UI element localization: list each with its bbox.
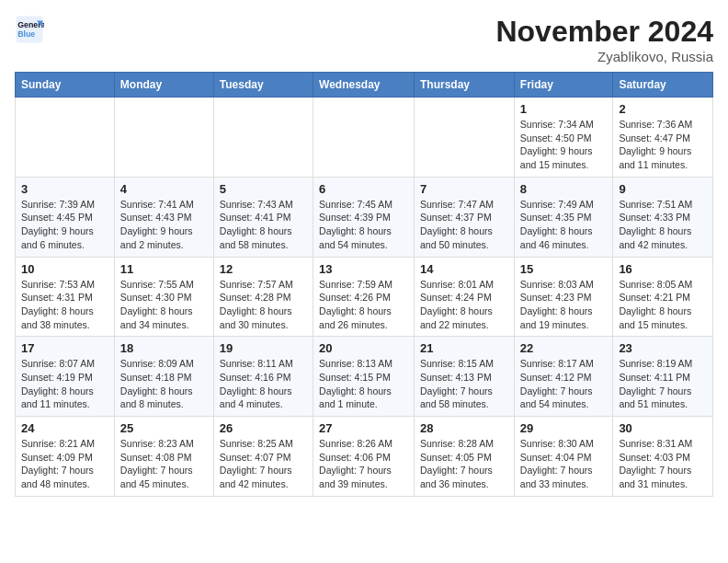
day-number: 14	[420, 262, 508, 276]
day-cell: 12Sunrise: 7:57 AM Sunset: 4:28 PM Dayli…	[213, 257, 313, 337]
week-row-5: 24Sunrise: 8:21 AM Sunset: 4:09 PM Dayli…	[16, 417, 713, 497]
day-info: Sunrise: 8:07 AM Sunset: 4:19 PM Dayligh…	[21, 357, 108, 411]
week-row-1: 1Sunrise: 7:34 AM Sunset: 4:50 PM Daylig…	[16, 98, 713, 178]
day-number: 7	[420, 182, 508, 196]
day-cell	[313, 98, 415, 178]
day-cell	[16, 98, 115, 178]
day-number: 10	[21, 262, 108, 276]
day-info: Sunrise: 8:09 AM Sunset: 4:18 PM Dayligh…	[120, 357, 208, 411]
day-cell: 23Sunrise: 8:19 AM Sunset: 4:11 PM Dayli…	[613, 337, 713, 417]
weekday-header-sunday: Sunday	[16, 73, 115, 98]
day-info: Sunrise: 8:13 AM Sunset: 4:15 PM Dayligh…	[319, 357, 408, 411]
day-cell	[415, 98, 515, 178]
svg-text:Blue: Blue	[17, 29, 35, 39]
day-cell	[114, 98, 213, 178]
day-number: 25	[120, 421, 208, 435]
week-row-2: 3Sunrise: 7:39 AM Sunset: 4:45 PM Daylig…	[16, 177, 713, 257]
day-cell: 22Sunrise: 8:17 AM Sunset: 4:12 PM Dayli…	[514, 337, 613, 417]
day-info: Sunrise: 7:49 AM Sunset: 4:35 PM Dayligh…	[520, 198, 608, 252]
day-number: 21	[420, 341, 508, 355]
day-info: Sunrise: 8:19 AM Sunset: 4:11 PM Dayligh…	[619, 357, 707, 411]
day-cell: 19Sunrise: 8:11 AM Sunset: 4:16 PM Dayli…	[213, 337, 313, 417]
day-number: 18	[120, 341, 208, 355]
day-number: 5	[220, 182, 307, 196]
day-info: Sunrise: 8:03 AM Sunset: 4:23 PM Dayligh…	[520, 278, 608, 332]
day-info: Sunrise: 8:21 AM Sunset: 4:09 PM Dayligh…	[21, 437, 108, 491]
logo: General Blue	[15, 15, 44, 44]
day-number: 8	[520, 182, 608, 196]
month-title: November 2024	[495, 15, 713, 49]
day-info: Sunrise: 7:47 AM Sunset: 4:37 PM Dayligh…	[420, 198, 508, 252]
day-cell: 29Sunrise: 8:30 AM Sunset: 4:04 PM Dayli…	[514, 417, 613, 497]
weekday-header-wednesday: Wednesday	[313, 73, 415, 98]
day-number: 26	[220, 421, 307, 435]
day-info: Sunrise: 7:45 AM Sunset: 4:39 PM Dayligh…	[319, 198, 408, 252]
day-info: Sunrise: 8:30 AM Sunset: 4:04 PM Dayligh…	[520, 437, 608, 491]
day-info: Sunrise: 8:17 AM Sunset: 4:12 PM Dayligh…	[520, 357, 608, 411]
day-number: 20	[319, 341, 408, 355]
day-cell: 14Sunrise: 8:01 AM Sunset: 4:24 PM Dayli…	[415, 257, 515, 337]
day-number: 11	[120, 262, 208, 276]
weekday-header-thursday: Thursday	[415, 73, 515, 98]
day-cell: 2Sunrise: 7:36 AM Sunset: 4:47 PM Daylig…	[613, 98, 713, 178]
day-number: 30	[619, 421, 707, 435]
day-number: 28	[420, 421, 508, 435]
day-info: Sunrise: 7:39 AM Sunset: 4:45 PM Dayligh…	[21, 198, 108, 252]
day-number: 2	[619, 102, 707, 116]
day-info: Sunrise: 8:31 AM Sunset: 4:03 PM Dayligh…	[619, 437, 707, 491]
day-cell	[213, 98, 313, 178]
day-number: 12	[220, 262, 307, 276]
day-info: Sunrise: 7:53 AM Sunset: 4:31 PM Dayligh…	[21, 278, 108, 332]
calendar-table: SundayMondayTuesdayWednesdayThursdayFrid…	[15, 72, 713, 497]
day-number: 15	[520, 262, 608, 276]
day-cell: 5Sunrise: 7:43 AM Sunset: 4:41 PM Daylig…	[213, 177, 313, 257]
day-info: Sunrise: 8:28 AM Sunset: 4:05 PM Dayligh…	[420, 437, 508, 491]
day-cell: 16Sunrise: 8:05 AM Sunset: 4:21 PM Dayli…	[613, 257, 713, 337]
day-info: Sunrise: 7:55 AM Sunset: 4:30 PM Dayligh…	[120, 278, 208, 332]
day-number: 23	[619, 341, 707, 355]
day-cell: 10Sunrise: 7:53 AM Sunset: 4:31 PM Dayli…	[16, 257, 115, 337]
day-number: 24	[21, 421, 108, 435]
header: General Blue November 2024 Zyablikovo, R…	[15, 15, 713, 64]
day-cell: 25Sunrise: 8:23 AM Sunset: 4:08 PM Dayli…	[114, 417, 213, 497]
day-cell: 4Sunrise: 7:41 AM Sunset: 4:43 PM Daylig…	[114, 177, 213, 257]
day-number: 3	[21, 182, 108, 196]
day-cell: 9Sunrise: 7:51 AM Sunset: 4:33 PM Daylig…	[613, 177, 713, 257]
weekday-header-tuesday: Tuesday	[213, 73, 313, 98]
day-number: 19	[220, 341, 307, 355]
day-cell: 8Sunrise: 7:49 AM Sunset: 4:35 PM Daylig…	[514, 177, 613, 257]
day-cell: 20Sunrise: 8:13 AM Sunset: 4:15 PM Dayli…	[313, 337, 415, 417]
weekday-header-monday: Monday	[114, 73, 213, 98]
week-row-4: 17Sunrise: 8:07 AM Sunset: 4:19 PM Dayli…	[16, 337, 713, 417]
day-info: Sunrise: 7:41 AM Sunset: 4:43 PM Dayligh…	[120, 198, 208, 252]
day-info: Sunrise: 8:11 AM Sunset: 4:16 PM Dayligh…	[220, 357, 307, 411]
day-cell: 21Sunrise: 8:15 AM Sunset: 4:13 PM Dayli…	[415, 337, 515, 417]
location: Zyablikovo, Russia	[495, 49, 713, 64]
day-info: Sunrise: 7:34 AM Sunset: 4:50 PM Dayligh…	[520, 118, 608, 172]
day-number: 22	[520, 341, 608, 355]
day-cell: 26Sunrise: 8:25 AM Sunset: 4:07 PM Dayli…	[213, 417, 313, 497]
day-cell: 1Sunrise: 7:34 AM Sunset: 4:50 PM Daylig…	[514, 98, 613, 178]
logo-icon: General Blue	[15, 15, 44, 44]
day-info: Sunrise: 8:26 AM Sunset: 4:06 PM Dayligh…	[319, 437, 408, 491]
day-cell: 6Sunrise: 7:45 AM Sunset: 4:39 PM Daylig…	[313, 177, 415, 257]
weekday-header-friday: Friday	[514, 73, 613, 98]
day-cell: 30Sunrise: 8:31 AM Sunset: 4:03 PM Dayli…	[613, 417, 713, 497]
day-cell: 17Sunrise: 8:07 AM Sunset: 4:19 PM Dayli…	[16, 337, 115, 417]
title-area: November 2024 Zyablikovo, Russia	[495, 15, 713, 64]
day-number: 29	[520, 421, 608, 435]
day-number: 1	[520, 102, 608, 116]
weekday-header-row: SundayMondayTuesdayWednesdayThursdayFrid…	[16, 73, 713, 98]
day-cell: 18Sunrise: 8:09 AM Sunset: 4:18 PM Dayli…	[114, 337, 213, 417]
day-info: Sunrise: 7:57 AM Sunset: 4:28 PM Dayligh…	[220, 278, 307, 332]
day-number: 17	[21, 341, 108, 355]
day-cell: 28Sunrise: 8:28 AM Sunset: 4:05 PM Dayli…	[415, 417, 515, 497]
day-number: 13	[319, 262, 408, 276]
weekday-header-saturday: Saturday	[613, 73, 713, 98]
day-info: Sunrise: 8:25 AM Sunset: 4:07 PM Dayligh…	[220, 437, 307, 491]
day-number: 6	[319, 182, 408, 196]
day-cell: 13Sunrise: 7:59 AM Sunset: 4:26 PM Dayli…	[313, 257, 415, 337]
day-cell: 3Sunrise: 7:39 AM Sunset: 4:45 PM Daylig…	[16, 177, 115, 257]
day-info: Sunrise: 7:51 AM Sunset: 4:33 PM Dayligh…	[619, 198, 707, 252]
day-info: Sunrise: 8:01 AM Sunset: 4:24 PM Dayligh…	[420, 278, 508, 332]
